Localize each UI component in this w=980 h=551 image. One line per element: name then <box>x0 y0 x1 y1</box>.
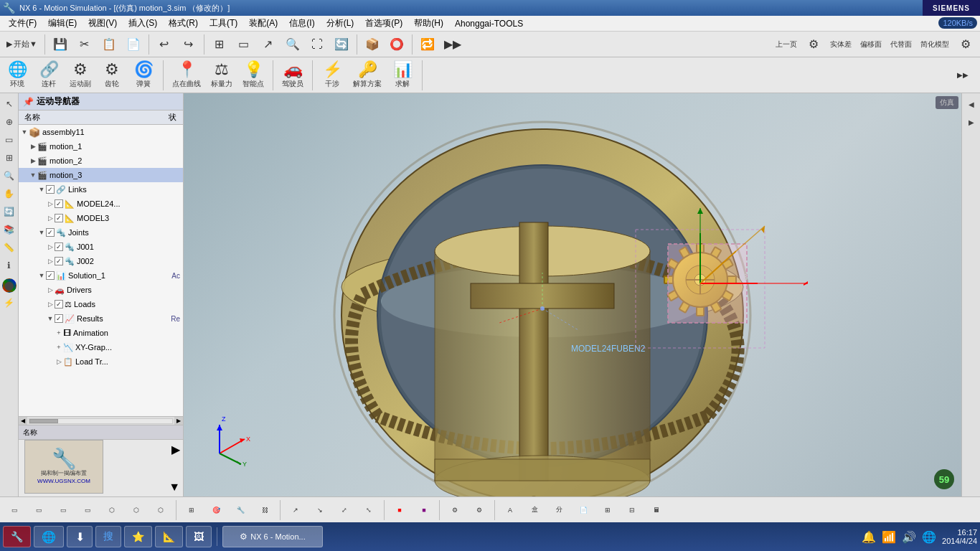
tb-driver-btn[interactable]: 🚗 驾驶员 <box>278 59 307 92</box>
tree-item-motion3[interactable]: ▼ 🎬 motion_3 <box>19 168 183 182</box>
btb-3d3[interactable]: ⬡ <box>149 499 172 522</box>
tb-rotate-btn[interactable]: 🔁 <box>416 33 439 56</box>
menu-insert[interactable]: 插入(S) <box>123 16 163 31</box>
btb-path3[interactable]: ⤢ <box>333 499 356 522</box>
expand-drivers[interactable]: ▷ <box>46 286 55 294</box>
expand-assembly11[interactable]: ▼ <box>20 128 29 136</box>
btb-doc1[interactable]: 📄 <box>572 499 595 522</box>
vtb-rotate-btn[interactable]: 🔄 <box>1 204 17 220</box>
menu-assembly[interactable]: 装配(A) <box>243 16 283 31</box>
vtb-view2-btn[interactable]: ⊞ <box>1 150 17 166</box>
menu-view[interactable]: 视图(V) <box>83 16 123 31</box>
tb-env-btn[interactable]: 🌐 环境 <box>3 59 32 92</box>
expand-model24[interactable]: ▷ <box>46 199 55 208</box>
tray-icon-1[interactable]: 🔔 <box>862 530 876 544</box>
btb-3d1[interactable]: ⬡ <box>100 499 123 522</box>
expand-xygraph[interactable]: + <box>55 343 63 352</box>
tb-solid-diff-btn[interactable]: 实体差 <box>826 33 855 56</box>
tb-start-btn[interactable]: ▶ 开始▼ <box>3 33 41 56</box>
taskbar-sogou[interactable]: 搜 <box>95 526 121 547</box>
btb-color1[interactable]: ■ <box>388 499 411 522</box>
btb-dim2[interactable]: ⊟ <box>621 499 644 522</box>
expand-results[interactable]: ▼ <box>46 314 55 323</box>
check-j002[interactable] <box>55 257 63 265</box>
expand-loadtr[interactable]: ▷ <box>55 357 63 366</box>
tb-prevpage-btn[interactable]: 上一页 <box>772 33 801 56</box>
check-joints[interactable] <box>46 228 55 237</box>
tb-simplify-btn[interactable]: 简化模型 <box>917 33 953 56</box>
vtb-select-btn[interactable]: ↖ <box>1 96 17 112</box>
taskbar-chrome[interactable]: 🌐 <box>34 526 64 547</box>
check-model24[interactable] <box>55 199 63 208</box>
expand-motion3[interactable]: ▼ <box>29 171 37 179</box>
menu-info[interactable]: 信息(I) <box>283 16 320 31</box>
btb-rect4[interactable]: ▭ <box>76 499 99 522</box>
scroll-track[interactable] <box>29 418 173 424</box>
vtb-pan-btn[interactable]: ✋ <box>1 186 17 202</box>
tb-settings-btn[interactable]: ⚙ <box>802 33 825 56</box>
tb-refresh-btn[interactable]: 🔄 <box>330 33 353 56</box>
vtb-info-btn[interactable]: ℹ <box>1 258 17 273</box>
expand-j001[interactable]: ▷ <box>46 242 55 251</box>
menu-tools[interactable]: 工具(T) <box>204 16 243 31</box>
tb-more-btn[interactable]: ▶▶ <box>440 33 465 56</box>
tb-offset-btn[interactable]: 偏移面 <box>857 33 885 56</box>
tree-item-j001[interactable]: ▷ 🔩 J001 <box>19 240 183 254</box>
menu-tools2[interactable]: Ahonggai-TOOLS <box>449 17 529 30</box>
tb-scalarforce-btn[interactable]: ⚖ 标量力 <box>207 59 236 92</box>
tb-paste-btn[interactable]: 📄 <box>122 33 145 56</box>
rvtb-btn2[interactable]: ▶ <box>963 114 979 130</box>
tree-item-xygraph[interactable]: + 📉 XY-Grap... <box>19 340 183 354</box>
check-model3[interactable] <box>55 214 63 222</box>
btb-3d2[interactable]: ⬡ <box>125 499 148 522</box>
tree-item-links[interactable]: ▼ 🔗 Links <box>19 182 183 197</box>
btb-box1[interactable]: 盒 <box>523 499 546 522</box>
clock[interactable]: 16:17 2014/4/24 <box>942 528 977 545</box>
tree-item-animation[interactable]: + 🎞 Animation <box>19 326 183 340</box>
tb-redo-btn[interactable]: ↪ <box>177 33 200 56</box>
tree-item-motion1[interactable]: ▶ 🎬 motion_1 <box>19 139 183 154</box>
btb-op2[interactable]: 🎯 <box>204 499 227 522</box>
expand-solution1[interactable]: ▼ <box>37 271 46 280</box>
check-results[interactable] <box>55 314 63 323</box>
tb-gear-btn[interactable]: ⚙ 齿轮 <box>98 59 126 92</box>
expand-motion2[interactable]: ▶ <box>29 156 37 165</box>
tb-interference-btn[interactable]: ⚡ 干涉 <box>318 59 347 92</box>
btb-op3[interactable]: 🔧 <box>229 499 252 522</box>
menu-prefs[interactable]: 首选项(P) <box>359 16 408 31</box>
tb-render-btn[interactable]: 📦 <box>361 33 384 56</box>
btb-text1[interactable]: A <box>499 499 522 522</box>
btb-rect2[interactable]: ▭ <box>27 499 50 522</box>
viewport[interactable]: MODEL24FUBEN2 3 <box>184 93 961 496</box>
btb-calc1[interactable]: 🖩 <box>645 499 668 522</box>
btb-path4[interactable]: ⤡ <box>357 499 380 522</box>
tb-settings2-btn[interactable]: ⚙ <box>954 33 977 56</box>
menu-edit[interactable]: 编辑(E) <box>42 16 83 31</box>
btb-op1[interactable]: ⊞ <box>180 499 203 522</box>
tb-link-btn[interactable]: 🔗 连杆 <box>34 59 63 92</box>
tb-solve-btn[interactable]: 📊 求解 <box>388 59 417 92</box>
check-loads[interactable] <box>55 300 63 309</box>
tb-copy-btn[interactable]: 📋 <box>98 33 121 56</box>
tree-item-joints[interactable]: ▼ 🔩 Joints <box>19 225 183 240</box>
tray-icon-2[interactable]: 📶 <box>882 530 896 544</box>
btb-split1[interactable]: 分 <box>547 499 570 522</box>
tree-item-solution1[interactable]: ▼ 📊 Solution_1 Ac <box>19 268 183 283</box>
vtb-motion-btn[interactable]: ⚡ <box>1 295 17 311</box>
vtb-zoom-btn[interactable]: 🔍 <box>1 168 17 184</box>
taskbar-cad[interactable]: 📐 <box>155 526 183 547</box>
menu-format[interactable]: 格式(R) <box>163 16 204 31</box>
expand-joints[interactable]: ▼ <box>37 228 46 237</box>
tb-pointcurve-btn[interactable]: 📍 点在曲线 <box>169 59 204 92</box>
scroll-indicator[interactable]: 59 <box>934 469 954 489</box>
tree-item-loads[interactable]: ▷ ⚖ Loads <box>19 297 183 311</box>
tb-undo-btn[interactable]: ↩ <box>153 33 176 56</box>
vtb-measure-btn[interactable]: 📏 <box>1 240 17 255</box>
check-solution1[interactable] <box>46 271 55 280</box>
tb-studio-btn[interactable]: ⭕ <box>385 33 408 56</box>
tb-replace-btn[interactable]: 代替面 <box>887 33 915 56</box>
scroll-left-arrow[interactable]: ◀ <box>19 417 27 425</box>
nav-collapse-btn[interactable]: ▶ <box>171 443 180 456</box>
taskbar-start[interactable]: 🔧 <box>3 526 31 547</box>
tree-item-model3[interactable]: ▷ 📐 MODEL3 <box>19 211 183 225</box>
